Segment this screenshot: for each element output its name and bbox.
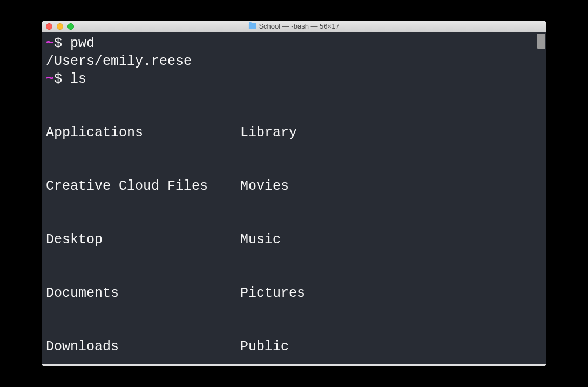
ls-item: Movies <box>240 177 305 195</box>
ls-item: Downloads <box>46 338 240 356</box>
ls-column-2: Library Movies Music Pictures Public <box>240 88 305 366</box>
ls-item: Applications <box>46 124 240 142</box>
prompt-dollar: $ <box>54 71 62 87</box>
ls-item: Desktop <box>46 231 240 249</box>
folder-icon <box>248 23 256 29</box>
minimize-button[interactable] <box>57 23 63 30</box>
command: pwd <box>70 36 94 51</box>
prompt-line: ~$ pwd <box>46 35 542 52</box>
ls-item: Documents <box>46 284 240 302</box>
output-line: /Users/emily.reese <box>46 52 542 70</box>
window-bottom-edge <box>42 364 546 366</box>
prompt-path: ~ <box>46 71 54 87</box>
terminal-body[interactable]: ~$ pwd /Users/emily.reese ~$ ls Applicat… <box>42 32 546 366</box>
prompt-line: ~$ ls <box>46 70 542 88</box>
prompt-dollar: $ <box>54 36 62 51</box>
ls-item: Pictures <box>240 284 305 302</box>
ls-output: Applications Creative Cloud Files Deskto… <box>46 88 542 366</box>
close-button[interactable] <box>46 23 52 30</box>
prompt-path: ~ <box>46 36 54 51</box>
window-title: School — -bash — 56×17 <box>248 22 339 30</box>
terminal-window: School — -bash — 56×17 ~$ pwd /Users/emi… <box>42 21 546 366</box>
scrollbar-thumb[interactable] <box>537 34 545 49</box>
window-title-text: School — -bash — 56×17 <box>259 22 339 30</box>
command: ls <box>70 71 86 87</box>
maximize-button[interactable] <box>67 23 74 30</box>
ls-item: Public <box>240 338 305 356</box>
titlebar[interactable]: School — -bash — 56×17 <box>42 21 546 32</box>
ls-item: Library <box>240 124 305 142</box>
ls-item: Creative Cloud Files <box>46 177 240 195</box>
traffic-lights <box>42 23 74 30</box>
ls-column-1: Applications Creative Cloud Files Deskto… <box>46 88 240 366</box>
ls-item: Music <box>240 231 305 249</box>
